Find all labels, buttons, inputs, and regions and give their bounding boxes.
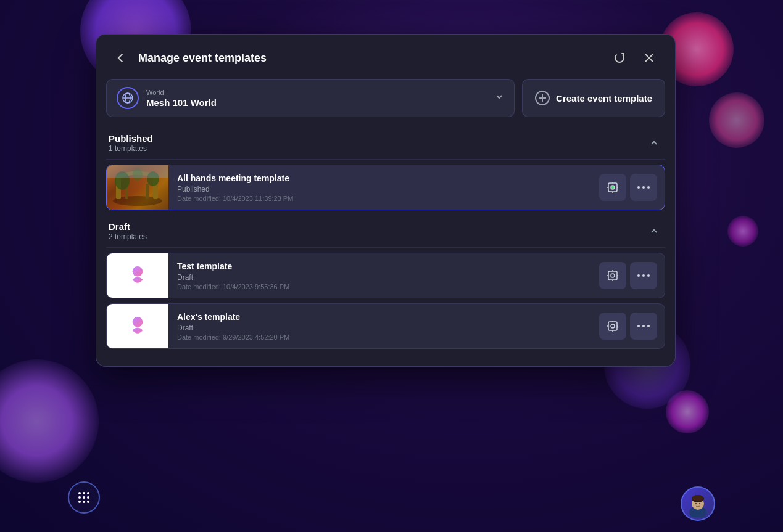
svg-rect-26	[146, 184, 149, 199]
svg-point-46	[642, 325, 645, 327]
modal-title: Manage event templates	[138, 52, 601, 65]
template-status-test: Draft	[177, 273, 583, 282]
svg-point-6	[78, 501, 81, 503]
draft-section-title-row: Draft 2 templates	[109, 221, 645, 241]
svg-point-40	[642, 274, 645, 277]
published-section-title: Published	[109, 133, 153, 144]
modal-header: Manage event templates	[96, 35, 675, 79]
manage-templates-modal: Manage event templates	[96, 34, 676, 367]
refresh-button[interactable]	[608, 47, 631, 69]
draft-section-count: 2 templates	[109, 232, 645, 241]
published-collapse-button[interactable]	[645, 134, 663, 152]
plus-icon	[535, 91, 550, 105]
svg-point-33	[637, 186, 640, 189]
svg-point-1	[83, 492, 85, 494]
more-button-all-hands[interactable]	[630, 174, 657, 201]
published-section-header: Published 1 templates	[106, 127, 665, 160]
template-date-alexs: Date modified: 9/29/2023 4:52:20 PM	[177, 334, 583, 341]
template-info-alexs: Alex's template Draft Date modified: 9/2…	[168, 306, 592, 347]
svg-point-41	[647, 274, 650, 277]
world-selector[interactable]: World Mesh 101 World	[106, 79, 515, 117]
svg-point-12	[692, 495, 703, 501]
thumb-mesh-scene	[107, 165, 168, 210]
template-info-test: Test template Draft Date modified: 10/4/…	[168, 255, 592, 297]
world-info: World Mesh 101 World	[146, 89, 487, 108]
svg-point-36	[133, 266, 143, 277]
bg-blob-4	[0, 359, 99, 483]
more-button-test[interactable]	[630, 262, 657, 289]
draft-collapse-button[interactable]	[645, 223, 663, 240]
svg-point-45	[637, 325, 640, 327]
template-thumbnail-test	[107, 253, 168, 298]
world-name: Mesh 101 World	[146, 97, 487, 108]
svg-point-32	[611, 186, 615, 189]
user-avatar[interactable]	[681, 486, 715, 521]
svg-rect-37	[608, 271, 617, 280]
svg-point-8	[87, 501, 89, 503]
svg-rect-43	[608, 322, 617, 330]
template-item-test[interactable]: Test template Draft Date modified: 10/4/…	[106, 253, 665, 298]
draft-section-header: Draft 2 templates	[106, 215, 665, 248]
thumb-logo-alexs	[107, 304, 168, 348]
published-section: Published 1 templates	[106, 127, 665, 210]
bottom-left-button[interactable]	[68, 481, 100, 514]
publish-button-test[interactable]	[599, 262, 626, 289]
template-actions-test	[592, 262, 665, 289]
create-event-template-label: Create event template	[556, 93, 652, 104]
template-info-all-hands: All hands meeting template Published Dat…	[168, 167, 592, 208]
bg-blob-3	[709, 92, 764, 148]
template-name-alexs: Alex's template	[177, 312, 583, 322]
bg-blob-8	[727, 216, 758, 247]
back-button[interactable]	[111, 48, 131, 68]
create-event-template-button[interactable]: Create event template	[522, 79, 665, 117]
svg-point-2	[87, 492, 89, 494]
world-icon	[117, 87, 139, 109]
svg-point-35	[647, 186, 650, 189]
chevron-down-icon	[494, 92, 504, 104]
template-thumbnail-all-hands	[107, 165, 168, 210]
bg-blob-6	[666, 390, 709, 433]
svg-point-38	[611, 274, 615, 277]
svg-point-39	[637, 274, 640, 277]
template-thumbnail-alexs	[107, 304, 168, 348]
template-status-all-hands: Published	[177, 185, 583, 194]
template-date-test: Date modified: 10/4/2023 9:55:36 PM	[177, 283, 583, 290]
svg-rect-30	[107, 165, 168, 178]
publish-button-alexs[interactable]	[599, 313, 626, 340]
template-actions-all-hands	[592, 174, 665, 201]
header-actions	[608, 47, 660, 69]
svg-point-44	[611, 324, 615, 328]
more-button-alexs[interactable]	[630, 313, 657, 340]
svg-point-7	[83, 501, 85, 503]
published-section-title-row: Published 1 templates	[109, 133, 645, 153]
svg-point-34	[642, 186, 645, 189]
svg-point-5	[87, 496, 89, 499]
template-item-all-hands[interactable]: All hands meeting template Published Dat…	[106, 165, 665, 210]
draft-section-title: Draft	[109, 221, 130, 232]
svg-point-42	[133, 317, 143, 327]
avatar-svg	[684, 490, 711, 517]
svg-point-14	[699, 503, 700, 504]
svg-point-3	[78, 496, 81, 499]
svg-point-47	[647, 325, 650, 327]
template-name-all-hands: All hands meeting template	[177, 173, 583, 183]
draft-section: Draft 2 templates	[106, 215, 665, 349]
svg-point-4	[83, 496, 85, 499]
world-row: World Mesh 101 World Create event templ	[106, 79, 665, 117]
template-status-alexs: Draft	[177, 324, 583, 332]
template-date-all-hands: Date modified: 10/4/2023 11:39:23 PM	[177, 195, 583, 202]
thumb-logo-test	[107, 253, 168, 298]
template-actions-alexs	[592, 313, 665, 340]
svg-point-13	[695, 503, 697, 504]
modal-body: World Mesh 101 World Create event templ	[96, 79, 675, 366]
grid-icon	[77, 490, 91, 505]
publish-button-all-hands[interactable]	[599, 174, 626, 201]
close-button[interactable]	[638, 47, 660, 69]
world-label: World	[146, 89, 487, 96]
published-section-count: 1 templates	[109, 144, 645, 153]
svg-point-0	[78, 492, 81, 494]
template-item-alexs[interactable]: Alex's template Draft Date modified: 9/2…	[106, 303, 665, 349]
template-name-test: Test template	[177, 261, 583, 271]
